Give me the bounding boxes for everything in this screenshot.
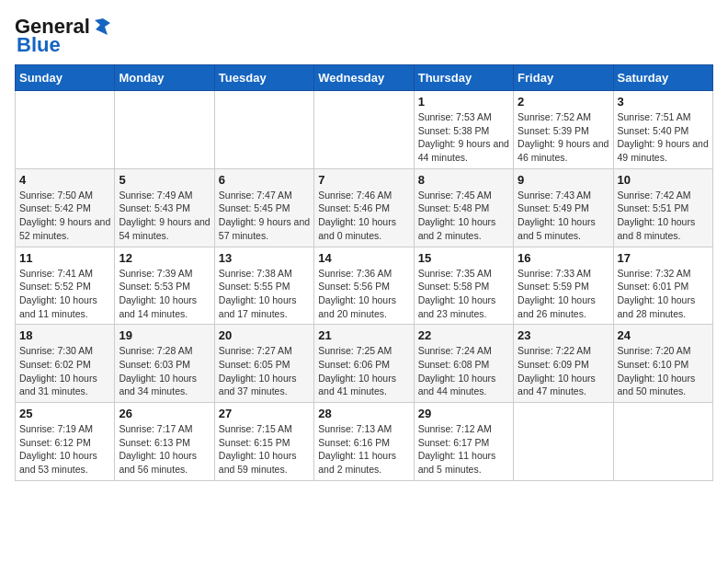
day-cell: 25Sunrise: 7:19 AM Sunset: 6:12 PM Dayli… <box>16 403 115 481</box>
day-info: Sunrise: 7:25 AM Sunset: 6:06 PM Dayligh… <box>318 344 409 398</box>
day-cell: 22Sunrise: 7:24 AM Sunset: 6:08 PM Dayli… <box>414 325 513 403</box>
day-number: 18 <box>19 328 110 342</box>
day-cell: 2Sunrise: 7:52 AM Sunset: 5:39 PM Daylig… <box>514 91 613 169</box>
day-cell: 10Sunrise: 7:42 AM Sunset: 5:51 PM Dayli… <box>613 168 712 247</box>
day-info: Sunrise: 7:41 AM Sunset: 5:52 PM Dayligh… <box>19 267 110 321</box>
day-cell: 4Sunrise: 7:50 AM Sunset: 5:42 PM Daylig… <box>16 168 115 247</box>
day-cell: 19Sunrise: 7:28 AM Sunset: 6:03 PM Dayli… <box>115 325 214 403</box>
svg-marker-0 <box>95 18 110 35</box>
day-number: 25 <box>19 407 110 420</box>
day-number: 23 <box>518 328 609 342</box>
day-cell: 12Sunrise: 7:39 AM Sunset: 5:53 PM Dayli… <box>115 247 214 325</box>
day-info: Sunrise: 7:27 AM Sunset: 6:05 PM Dayligh… <box>219 344 310 398</box>
week-row-5: 25Sunrise: 7:19 AM Sunset: 6:12 PM Dayli… <box>16 403 713 481</box>
weekday-sunday: Sunday <box>16 65 115 91</box>
day-info: Sunrise: 7:39 AM Sunset: 5:53 PM Dayligh… <box>119 267 210 321</box>
day-info: Sunrise: 7:28 AM Sunset: 6:03 PM Dayligh… <box>119 344 210 398</box>
day-info: Sunrise: 7:46 AM Sunset: 5:46 PM Dayligh… <box>318 189 409 243</box>
day-cell: 17Sunrise: 7:32 AM Sunset: 6:01 PM Dayli… <box>613 247 712 325</box>
day-number: 21 <box>318 328 409 342</box>
logo-blue: Blue <box>17 33 61 57</box>
day-info: Sunrise: 7:43 AM Sunset: 5:49 PM Dayligh… <box>518 189 609 243</box>
day-cell: 14Sunrise: 7:36 AM Sunset: 5:56 PM Dayli… <box>314 247 414 325</box>
day-number: 28 <box>318 407 409 420</box>
calendar-body: 1Sunrise: 7:53 AM Sunset: 5:38 PM Daylig… <box>16 91 713 481</box>
day-number: 19 <box>119 328 210 342</box>
day-cell <box>514 403 613 481</box>
day-info: Sunrise: 7:33 AM Sunset: 5:59 PM Dayligh… <box>518 267 609 321</box>
day-number: 14 <box>318 251 409 265</box>
day-number: 8 <box>418 173 509 187</box>
day-number: 6 <box>219 173 310 187</box>
day-number: 26 <box>119 407 210 420</box>
day-info: Sunrise: 7:24 AM Sunset: 6:08 PM Dayligh… <box>418 344 509 398</box>
page-header: General Blue <box>15 15 713 57</box>
day-number: 22 <box>418 328 509 342</box>
day-number: 24 <box>618 328 709 342</box>
weekday-row: SundayMondayTuesdayWednesdayThursdayFrid… <box>16 65 713 91</box>
day-number: 4 <box>19 173 110 187</box>
weekday-wednesday: Wednesday <box>314 65 414 91</box>
day-info: Sunrise: 7:20 AM Sunset: 6:10 PM Dayligh… <box>618 344 709 398</box>
day-info: Sunrise: 7:22 AM Sunset: 6:09 PM Dayligh… <box>518 344 609 398</box>
week-row-2: 4Sunrise: 7:50 AM Sunset: 5:42 PM Daylig… <box>16 168 713 247</box>
day-number: 1 <box>418 95 509 109</box>
weekday-tuesday: Tuesday <box>214 65 313 91</box>
day-cell: 1Sunrise: 7:53 AM Sunset: 5:38 PM Daylig… <box>414 91 513 169</box>
day-number: 5 <box>119 173 210 187</box>
week-row-1: 1Sunrise: 7:53 AM Sunset: 5:38 PM Daylig… <box>16 91 713 169</box>
week-row-3: 11Sunrise: 7:41 AM Sunset: 5:52 PM Dayli… <box>16 247 713 325</box>
weekday-saturday: Saturday <box>613 65 712 91</box>
calendar-table: SundayMondayTuesdayWednesdayThursdayFrid… <box>15 64 713 481</box>
day-cell: 28Sunrise: 7:13 AM Sunset: 6:16 PM Dayli… <box>314 403 414 481</box>
day-number: 12 <box>119 251 210 265</box>
day-info: Sunrise: 7:13 AM Sunset: 6:16 PM Dayligh… <box>318 422 409 477</box>
day-info: Sunrise: 7:17 AM Sunset: 6:13 PM Dayligh… <box>119 422 210 477</box>
day-cell: 24Sunrise: 7:20 AM Sunset: 6:10 PM Dayli… <box>613 325 712 403</box>
day-info: Sunrise: 7:51 AM Sunset: 5:40 PM Dayligh… <box>618 110 709 165</box>
day-cell: 5Sunrise: 7:49 AM Sunset: 5:43 PM Daylig… <box>115 168 214 247</box>
day-info: Sunrise: 7:30 AM Sunset: 6:02 PM Dayligh… <box>19 344 110 398</box>
day-info: Sunrise: 7:50 AM Sunset: 5:42 PM Dayligh… <box>19 189 110 243</box>
day-number: 2 <box>518 95 609 109</box>
logo: General Blue <box>15 15 112 57</box>
day-number: 15 <box>418 251 509 265</box>
day-cell: 26Sunrise: 7:17 AM Sunset: 6:13 PM Dayli… <box>115 403 214 481</box>
day-number: 17 <box>618 251 709 265</box>
day-number: 20 <box>219 328 310 342</box>
day-cell: 18Sunrise: 7:30 AM Sunset: 6:02 PM Dayli… <box>16 325 115 403</box>
day-info: Sunrise: 7:36 AM Sunset: 5:56 PM Dayligh… <box>318 267 409 321</box>
day-info: Sunrise: 7:38 AM Sunset: 5:55 PM Dayligh… <box>219 267 310 321</box>
day-info: Sunrise: 7:45 AM Sunset: 5:48 PM Dayligh… <box>418 189 509 243</box>
day-cell: 3Sunrise: 7:51 AM Sunset: 5:40 PM Daylig… <box>613 91 712 169</box>
day-info: Sunrise: 7:12 AM Sunset: 6:17 PM Dayligh… <box>418 422 509 477</box>
day-cell <box>314 91 414 169</box>
day-info: Sunrise: 7:42 AM Sunset: 5:51 PM Dayligh… <box>618 189 709 243</box>
weekday-friday: Friday <box>514 65 613 91</box>
day-cell: 15Sunrise: 7:35 AM Sunset: 5:58 PM Dayli… <box>414 247 513 325</box>
day-cell <box>16 91 115 169</box>
day-number: 3 <box>618 95 709 109</box>
weekday-monday: Monday <box>115 65 214 91</box>
day-cell <box>115 91 214 169</box>
day-info: Sunrise: 7:49 AM Sunset: 5:43 PM Dayligh… <box>119 189 210 243</box>
day-cell: 20Sunrise: 7:27 AM Sunset: 6:05 PM Dayli… <box>214 325 313 403</box>
day-cell: 27Sunrise: 7:15 AM Sunset: 6:15 PM Dayli… <box>214 403 313 481</box>
day-cell: 11Sunrise: 7:41 AM Sunset: 5:52 PM Dayli… <box>16 247 115 325</box>
day-cell: 23Sunrise: 7:22 AM Sunset: 6:09 PM Dayli… <box>514 325 613 403</box>
day-cell: 16Sunrise: 7:33 AM Sunset: 5:59 PM Dayli… <box>514 247 613 325</box>
day-cell: 7Sunrise: 7:46 AM Sunset: 5:46 PM Daylig… <box>314 168 414 247</box>
day-cell: 6Sunrise: 7:47 AM Sunset: 5:45 PM Daylig… <box>214 168 313 247</box>
day-info: Sunrise: 7:32 AM Sunset: 6:01 PM Dayligh… <box>618 267 709 321</box>
day-number: 9 <box>518 173 609 187</box>
day-cell: 9Sunrise: 7:43 AM Sunset: 5:49 PM Daylig… <box>514 168 613 247</box>
day-number: 29 <box>418 407 509 420</box>
day-info: Sunrise: 7:15 AM Sunset: 6:15 PM Dayligh… <box>219 422 310 477</box>
day-cell <box>613 403 712 481</box>
day-number: 11 <box>19 251 110 265</box>
logo-bird-icon <box>92 17 112 37</box>
day-cell: 8Sunrise: 7:45 AM Sunset: 5:48 PM Daylig… <box>414 168 513 247</box>
day-info: Sunrise: 7:47 AM Sunset: 5:45 PM Dayligh… <box>219 189 310 243</box>
day-info: Sunrise: 7:19 AM Sunset: 6:12 PM Dayligh… <box>19 422 110 477</box>
day-cell: 29Sunrise: 7:12 AM Sunset: 6:17 PM Dayli… <box>414 403 513 481</box>
